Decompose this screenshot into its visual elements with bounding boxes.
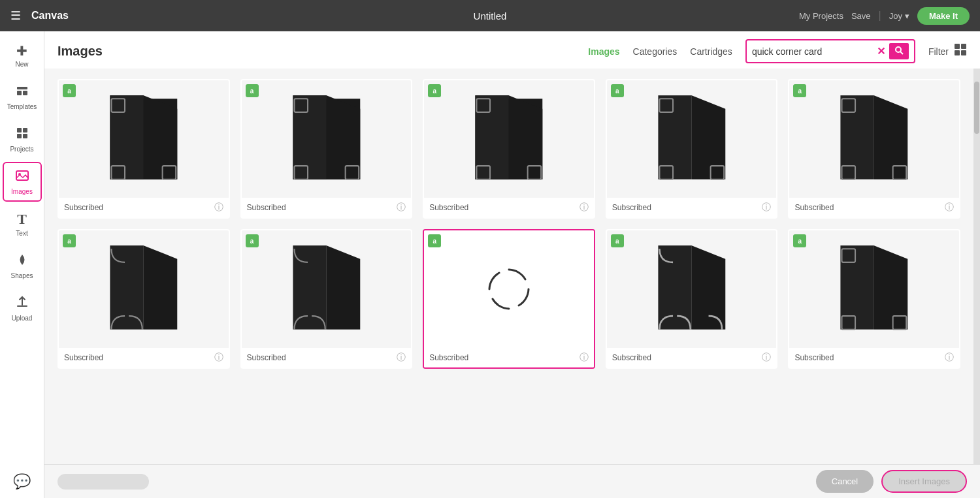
my-projects-link[interactable]: My Projects: [799, 11, 843, 21]
text-icon: T: [17, 211, 27, 228]
sidebar-item-shapes-label: Shapes: [11, 272, 33, 279]
scrollbar-thumb[interactable]: [974, 82, 979, 134]
projects-icon: [15, 126, 29, 144]
subscribed-badge: a: [611, 234, 624, 247]
sidebar-item-projects[interactable]: Projects: [3, 119, 42, 159]
images-icon: [15, 168, 29, 186]
svg-rect-1: [17, 91, 22, 95]
svg-rect-2: [23, 91, 27, 95]
sidebar: ✚ New Templates Proje: [0, 31, 44, 498]
images-grid: a Subscribed ⓘ: [44, 69, 973, 464]
image-label: Subscribed: [247, 203, 286, 212]
svg-rect-4: [23, 128, 27, 132]
info-icon[interactable]: ⓘ: [580, 352, 589, 364]
filter-button[interactable]: Filter: [928, 46, 949, 57]
image-card[interactable]: a Subscribed ⓘ: [788, 229, 960, 369]
grid-view-icon[interactable]: [954, 43, 967, 59]
svg-point-9: [896, 47, 901, 52]
content-area: Images Images Categories Cartridges ✕: [44, 31, 980, 498]
sidebar-item-new[interactable]: ✚ New: [3, 37, 42, 74]
insert-images-button[interactable]: Insert Images: [881, 470, 967, 493]
image-card[interactable]: a Subscribed ⓘ: [606, 229, 778, 369]
image-card[interactable]: a Subscribed ⓘ: [788, 79, 960, 219]
filter-row: Filter: [928, 43, 967, 59]
user-chevron-icon: ▾: [905, 11, 909, 21]
sidebar-item-text[interactable]: T Text: [3, 204, 42, 243]
image-card-footer: Subscribed ⓘ: [59, 198, 229, 217]
info-icon[interactable]: ⓘ: [762, 202, 771, 213]
image-label: Subscribed: [429, 353, 468, 362]
sidebar-item-images[interactable]: Images: [3, 162, 42, 202]
sidebar-item-shapes[interactable]: Shapes: [3, 246, 42, 286]
tab-categories[interactable]: Categories: [633, 46, 678, 57]
image-thumbnail: a: [59, 230, 229, 348]
sidebar-item-templates[interactable]: Templates: [3, 77, 42, 117]
tab-images[interactable]: Images: [588, 46, 619, 57]
info-icon[interactable]: ⓘ: [397, 352, 406, 364]
user-menu[interactable]: Joy ▾: [889, 11, 909, 21]
main-layout: ✚ New Templates Proje: [0, 31, 980, 498]
templates-icon: [15, 84, 29, 101]
image-card-footer: Subscribed ⓘ: [424, 348, 594, 367]
tab-cartridges[interactable]: Cartridges: [690, 46, 732, 57]
image-card-footer: Subscribed ⓘ: [424, 198, 594, 217]
panel-tabs: Images Categories Cartridges: [588, 46, 732, 57]
subscribed-badge: a: [793, 234, 806, 247]
image-card[interactable]: a Subscribed ⓘ: [57, 229, 230, 369]
image-thumbnail: a: [607, 80, 777, 198]
topbar-right: My Projects Save | Joy ▾ Make It: [799, 7, 970, 25]
image-card-selected[interactable]: a Subscribed: [423, 229, 595, 369]
app-logo: Canvas: [31, 10, 69, 22]
image-thumbnail: a: [789, 230, 959, 348]
image-card-footer: Subscribed ⓘ: [607, 198, 777, 217]
image-card[interactable]: a Subscribed ⓘ: [423, 79, 595, 219]
image-card-footer: Subscribed ⓘ: [242, 198, 412, 217]
info-icon[interactable]: ⓘ: [945, 202, 954, 213]
topbar: ☰ Canvas Untitled My Projects Save | Joy…: [0, 0, 980, 31]
info-icon[interactable]: ⓘ: [397, 202, 406, 213]
image-card[interactable]: a Subscribed ⓘ: [606, 79, 778, 219]
sidebar-item-projects-label: Projects: [10, 146, 33, 153]
image-thumbnail-loading: a: [424, 230, 594, 348]
subscribed-badge: a: [246, 234, 259, 247]
panel-header: Images Images Categories Cartridges ✕: [44, 31, 980, 69]
search-clear-icon[interactable]: ✕: [877, 45, 885, 57]
svg-rect-41: [841, 245, 874, 330]
subscribed-badge: a: [63, 234, 76, 247]
image-label: Subscribed: [429, 203, 468, 212]
shapes-icon: [15, 253, 29, 270]
image-card-footer: Subscribed ⓘ: [242, 348, 412, 367]
svg-rect-11: [955, 44, 960, 49]
image-thumbnail: a: [242, 80, 412, 198]
info-icon[interactable]: ⓘ: [580, 202, 589, 213]
image-thumbnail: a: [424, 80, 594, 198]
image-label: Subscribed: [612, 203, 651, 212]
image-label: Subscribed: [247, 353, 286, 362]
image-thumbnail: a: [789, 80, 959, 198]
cancel-button[interactable]: Cancel: [816, 470, 874, 493]
image-card[interactable]: a Subscribed ⓘ: [240, 229, 413, 369]
bottom-buttons: Cancel Insert Images: [816, 470, 967, 493]
subscribed-badge: a: [793, 84, 806, 97]
search-input[interactable]: [752, 46, 873, 57]
save-button[interactable]: Save: [851, 11, 871, 21]
info-icon[interactable]: ⓘ: [762, 352, 771, 364]
bottom-bar: Cancel Insert Images: [44, 464, 980, 498]
upload-icon: [15, 295, 29, 313]
image-thumbnail: a: [242, 230, 412, 348]
make-it-button[interactable]: Make It: [917, 7, 970, 25]
chat-bubble[interactable]: 💬: [13, 473, 31, 490]
info-icon[interactable]: ⓘ: [945, 352, 954, 364]
info-icon[interactable]: ⓘ: [214, 352, 223, 364]
info-icon[interactable]: ⓘ: [214, 202, 223, 213]
image-label: Subscribed: [612, 353, 651, 362]
svg-rect-3: [17, 128, 22, 132]
image-card[interactable]: a Subscribed ⓘ: [240, 79, 413, 219]
sidebar-item-upload[interactable]: Upload: [3, 288, 42, 328]
search-button[interactable]: [889, 43, 909, 59]
menu-icon[interactable]: ☰: [10, 8, 21, 23]
svg-rect-0: [17, 87, 27, 89]
image-card[interactable]: a Subscribed ⓘ: [57, 79, 230, 219]
panel-title: Images: [57, 44, 103, 59]
scrollbar[interactable]: [973, 69, 980, 464]
